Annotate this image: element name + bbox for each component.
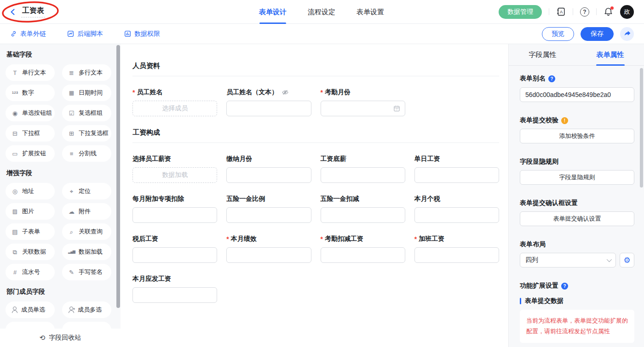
field-input[interactable] (321, 207, 405, 223)
tab-form-properties[interactable]: 表单属性 (576, 44, 644, 65)
field-item-data-load[interactable]: ▂▄▆数据加载 (62, 244, 111, 260)
backend-script-button[interactable]: 后端脚本 (67, 30, 103, 38)
tab-form-design[interactable]: 表单设计 (259, 0, 287, 24)
field-input[interactable] (132, 207, 217, 223)
field-item-divider[interactable]: ≡分割线 (62, 145, 111, 162)
field-input[interactable] (226, 167, 311, 183)
field-label: 每月附加专项扣除 (132, 195, 217, 203)
warning-badge-icon[interactable]: ! (561, 117, 568, 124)
field-item-datetime[interactable]: ▦日期时间 (62, 85, 111, 101)
field-input[interactable] (414, 207, 499, 223)
form-field[interactable]: 税后工资 (132, 235, 217, 263)
field-placeholder: 选择成员 (162, 104, 188, 113)
sidebar-scrollbar[interactable] (116, 45, 120, 308)
field-item-location[interactable]: ⌖定位 (62, 183, 111, 199)
form-field[interactable]: 员工姓名（文本） (226, 88, 311, 116)
add-validation-button[interactable]: 添加校验条件 (520, 129, 634, 143)
field-item-member-multi[interactable]: 成员多选 (62, 301, 111, 318)
layout-gear-button[interactable]: ⚙ (620, 253, 634, 267)
calendar-icon[interactable]: 7 (393, 105, 400, 112)
avatar[interactable]: 政 (620, 5, 634, 19)
back-icon[interactable] (9, 8, 17, 16)
field-input[interactable] (414, 167, 499, 183)
data-permission-button[interactable]: 数据权限 (124, 30, 160, 38)
field-item-number[interactable]: 123数字 (6, 85, 55, 101)
notification-bell-icon[interactable] (604, 7, 613, 17)
field-item-label: 多行文本 (79, 68, 103, 77)
field-item-image[interactable]: ▨图片 (6, 203, 55, 220)
field-item-linked-data[interactable]: ⧉关联数据 (6, 244, 55, 260)
tab-flow-setting[interactable]: 流程设定 (308, 0, 335, 24)
field-label: 五险一金扣减 (321, 195, 405, 203)
form-field[interactable]: 单日工资 (414, 155, 499, 183)
address-book-icon[interactable]: A (556, 7, 566, 17)
form-section-title: 人员资料 (132, 62, 499, 70)
form-field[interactable]: 本月应发工资 (132, 275, 217, 303)
form-field[interactable]: 本月个税 (414, 195, 499, 223)
external-link-button[interactable]: 表单外链 (10, 30, 46, 38)
field-input[interactable]: 数据加载 (132, 167, 217, 183)
layout-select[interactable]: 四列 (520, 253, 616, 267)
divider (596, 8, 597, 15)
field-item-signature[interactable]: ✎手写签名 (62, 264, 111, 280)
field-item-select[interactable]: ⊟下拉框 (6, 125, 55, 142)
form-field[interactable]: 工资底薪 (321, 155, 405, 183)
field-input[interactable]: 7 (321, 101, 405, 116)
field-item-linked-query[interactable]: ⌕关联查询 (62, 223, 111, 240)
field-visibility-button[interactable]: 字段显隐规则 (520, 170, 634, 185)
form-field[interactable]: *加班工资 (414, 235, 499, 263)
field-item-subform[interactable]: ▤子表单 (6, 223, 55, 240)
help-icon[interactable]: ? (580, 7, 589, 17)
form-field[interactable]: *本月绩效 (226, 235, 311, 263)
field-item-address[interactable]: ◎地址 (6, 183, 55, 199)
field-input[interactable] (226, 207, 311, 223)
field-input[interactable] (226, 101, 311, 116)
share-button[interactable] (620, 27, 634, 41)
form-field[interactable]: 缴纳月份 (226, 155, 311, 183)
field-input[interactable]: 选择成员 (132, 101, 217, 116)
form-title[interactable]: 工资表 (21, 6, 45, 17)
form-alias-input[interactable] (520, 87, 634, 102)
required-asterisk: * (321, 235, 323, 243)
field-item-serial-number[interactable]: #流水号 (6, 264, 55, 280)
form-field[interactable]: 五险一金扣减 (321, 195, 405, 223)
field-input[interactable] (321, 167, 405, 183)
form-field[interactable]: 选择员工薪资数据加载 (132, 155, 217, 183)
field-item-multi-select[interactable]: ⊞下拉复选框 (62, 125, 111, 142)
submit-data-warning-card: 当前为流程表单，表单提交功能扩展的配置，请前往流程发起节点属性 (520, 310, 634, 343)
field-input[interactable] (414, 247, 499, 263)
form-field[interactable]: *考勤扣减工资 (321, 235, 405, 263)
field-input[interactable] (132, 287, 217, 303)
save-button[interactable]: 保存 (581, 27, 614, 41)
panel-scrollbar[interactable] (640, 68, 643, 188)
form-field[interactable]: *员工姓名选择成员 (132, 88, 217, 116)
tab-form-setting[interactable]: 表单设置 (356, 0, 384, 24)
form-design-canvas[interactable]: 人员资料*员工姓名选择成员员工姓名（文本）*考勤月份7工资构成选择员工薪资数据加… (121, 44, 508, 347)
field-item-radio-group[interactable]: ◉单选按钮组 (6, 105, 55, 121)
field-item-single-line-text[interactable]: T单行文本 (6, 64, 55, 81)
field-item-multi-line-text[interactable]: ≣多行文本 (62, 64, 111, 81)
question-badge-icon[interactable]: ? (548, 75, 555, 82)
form-field[interactable]: *考勤月份7 (321, 88, 405, 116)
field-recycle-bin-button[interactable]: ⟲ 字段回收站 (0, 329, 121, 347)
submit-confirm-button[interactable]: 表单提交确认设置 (520, 211, 634, 226)
preview-button[interactable]: 预览 (542, 27, 574, 41)
question-badge-icon[interactable]: ? (561, 283, 568, 290)
field-input[interactable] (321, 247, 405, 263)
field-input[interactable] (132, 247, 217, 263)
field-label: 员工姓名（文本） (226, 88, 311, 97)
field-input[interactable] (226, 247, 311, 263)
tab-field-properties[interactable]: 字段属性 (509, 44, 576, 65)
field-label: 本月个税 (414, 195, 499, 203)
field-item-extend-button[interactable]: ▭扩展按钮 (6, 145, 55, 162)
app-header: 工资表 表单设计 流程设定 表单设置 数据管理 A ? 政 (0, 0, 644, 24)
field-item-member-single[interactable]: 成员单选 (6, 301, 55, 318)
hidden-eye-icon[interactable] (282, 89, 289, 96)
gear-icon: ⚙ (623, 256, 630, 264)
field-item-checkbox-group[interactable]: ☑复选框组 (62, 105, 111, 121)
form-field[interactable]: 每月附加专项扣除 (132, 195, 217, 223)
form-field[interactable]: 五险一金比例 (226, 195, 311, 223)
field-item-attachment[interactable]: ☁附件 (62, 203, 111, 220)
data-manage-button[interactable]: 数据管理 (499, 5, 542, 19)
required-asterisk: * (321, 89, 323, 96)
